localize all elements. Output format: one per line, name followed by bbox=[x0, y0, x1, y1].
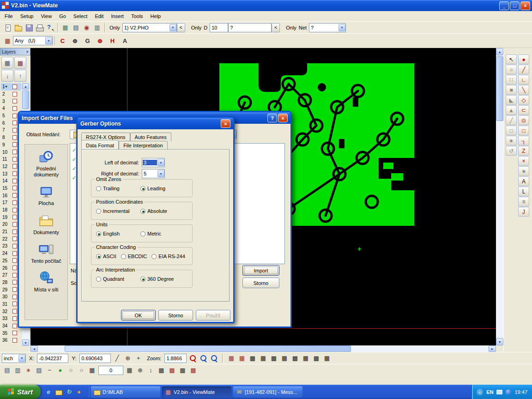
measure-tool-icon[interactable]: ≡ bbox=[518, 197, 529, 206]
pointer-tool-icon[interactable]: ↖ bbox=[506, 54, 517, 64]
menu-item[interactable]: Setup bbox=[17, 12, 37, 20]
layer-color-swatch[interactable] bbox=[12, 171, 17, 176]
group-select-icon[interactable]: G bbox=[82, 36, 93, 46]
scrollbar-thumb[interactable] bbox=[22, 91, 29, 109]
layers-panel-header[interactable]: Layers × bbox=[0, 48, 30, 55]
menu-item[interactable]: Tools bbox=[127, 12, 147, 20]
layer-color-swatch[interactable] bbox=[12, 230, 17, 234]
layer-color-swatch[interactable] bbox=[12, 92, 17, 97]
pattern-1-icon[interactable]: ▩ bbox=[247, 353, 258, 363]
layer-color-swatch[interactable] bbox=[12, 251, 17, 256]
layer-row[interactable]: 36 bbox=[1, 337, 21, 344]
open-folder-icon[interactable] bbox=[13, 23, 24, 33]
print-icon[interactable] bbox=[34, 23, 45, 33]
slant-tool-icon[interactable]: ╱ bbox=[506, 115, 517, 125]
dialog-title-bar[interactable]: Gerber Options × bbox=[78, 118, 233, 129]
draw-diamond-tool-icon[interactable]: ◇ bbox=[518, 95, 529, 105]
layer-row[interactable]: 4 bbox=[1, 105, 21, 112]
zigzag-tool-icon[interactable]: Z bbox=[518, 146, 529, 156]
fine-grid-icon[interactable]: ▦ bbox=[124, 365, 135, 375]
layer-color-swatch[interactable] bbox=[12, 128, 17, 133]
pattern-5-icon[interactable]: ▩ bbox=[290, 353, 300, 363]
folder-quick-icon[interactable] bbox=[54, 388, 63, 396]
hide-icons-chevron[interactable]: ‹ bbox=[477, 389, 483, 395]
layer-color-swatch[interactable] bbox=[12, 157, 17, 162]
previous-dcode-button[interactable]: < bbox=[272, 23, 280, 32]
select-window-tool-icon[interactable]: □ bbox=[518, 126, 529, 135]
layer-color-swatch[interactable] bbox=[12, 215, 17, 219]
layer-color-swatch[interactable] bbox=[12, 179, 17, 183]
taskbar-button[interactable]: ▦ V2.bin - ViewMate bbox=[162, 387, 231, 398]
pattern-dots-red-icon[interactable]: ▩ bbox=[167, 365, 177, 375]
layer-row[interactable]: 2 bbox=[1, 91, 21, 98]
move-layer-down-icon[interactable]: ↓ bbox=[1, 70, 13, 82]
star-tool-icon[interactable]: ★ bbox=[506, 136, 517, 145]
layer-color-swatch[interactable] bbox=[12, 236, 17, 241]
triangle-fill-tool-icon[interactable]: ◣ bbox=[506, 95, 517, 105]
rotate-tool-icon[interactable]: ↺ bbox=[506, 146, 517, 156]
text-tool-icon[interactable]: A bbox=[518, 176, 529, 186]
apply-button[interactable]: Použít bbox=[196, 310, 230, 320]
close-button[interactable]: × bbox=[520, 1, 530, 10]
star-burst-icon[interactable]: ∗ bbox=[23, 365, 34, 375]
layer-color-swatch[interactable] bbox=[12, 302, 17, 306]
start-button[interactable]: Start bbox=[0, 385, 41, 399]
pattern-3-icon[interactable]: ▩ bbox=[268, 353, 279, 363]
grid-dots-icon[interactable]: ∷ bbox=[506, 75, 517, 85]
layer-color-swatch[interactable] bbox=[12, 99, 17, 103]
lamp-two-icon[interactable]: ○ bbox=[76, 365, 87, 375]
place-documents[interactable]: Dokumenty bbox=[26, 213, 66, 236]
place-my-computer[interactable]: Tento počítač bbox=[26, 242, 66, 264]
radio-english[interactable]: English bbox=[96, 231, 136, 236]
internet-explorer-icon[interactable]: e bbox=[44, 388, 53, 396]
layer-color-swatch[interactable] bbox=[12, 106, 17, 111]
menu-item[interactable]: Help bbox=[147, 12, 165, 20]
dcode-query-field[interactable]: ? bbox=[228, 23, 272, 32]
layer-stack-icon[interactable]: ▤ bbox=[2, 365, 12, 375]
right-of-decimal-select[interactable]: 5 bbox=[142, 169, 165, 178]
layer-color-swatch[interactable] bbox=[12, 114, 17, 118]
scrollbar-thumb[interactable] bbox=[65, 345, 351, 352]
close-icon[interactable]: × bbox=[26, 49, 29, 54]
unit-select[interactable]: inch bbox=[2, 354, 26, 363]
layer-table-icon[interactable]: ▥ bbox=[92, 23, 103, 33]
x-coordinate-field[interactable]: -0.942237 bbox=[37, 354, 68, 363]
draw-arc-tool-icon[interactable]: ⊂ bbox=[518, 105, 529, 115]
layer-overlay-icon[interactable]: ▥ bbox=[12, 365, 23, 375]
pattern-2-icon[interactable]: ▦ bbox=[258, 353, 268, 363]
zoom-in-icon[interactable] bbox=[187, 353, 198, 363]
hatch-layer-icon[interactable]: ▨ bbox=[34, 365, 44, 375]
layer-color-swatch[interactable] bbox=[12, 200, 17, 205]
chevron-down-icon[interactable] bbox=[45, 37, 52, 44]
layer-color-swatch[interactable] bbox=[12, 280, 17, 284]
lamp-one-icon[interactable]: ○ bbox=[66, 365, 76, 375]
flash-pad-tool-icon[interactable]: ● bbox=[518, 54, 529, 64]
tab-auto-features[interactable]: Auto Features bbox=[130, 133, 171, 141]
layer-row[interactable]: 1+ bbox=[1, 83, 21, 91]
dcode-icon[interactable]: ◉ bbox=[81, 23, 92, 33]
layer-color-swatch[interactable] bbox=[12, 316, 17, 321]
mirror-tool-icon[interactable]: ▲ bbox=[506, 105, 517, 115]
scroll-up-icon[interactable] bbox=[22, 83, 29, 90]
layer-color-swatch[interactable] bbox=[12, 295, 17, 299]
help-button[interactable]: ? bbox=[267, 114, 277, 122]
grid-red-icon[interactable]: ▦ bbox=[226, 353, 236, 363]
chevron-down-icon[interactable] bbox=[18, 355, 25, 362]
net-select[interactable]: ? bbox=[309, 23, 346, 32]
scroll-left-icon[interactable] bbox=[30, 345, 38, 352]
tab-data-format[interactable]: Data Format bbox=[81, 140, 119, 150]
measure-diagonal-icon[interactable]: ╱ bbox=[112, 353, 122, 363]
layer-color-swatch[interactable] bbox=[12, 193, 17, 198]
layer-color-swatch[interactable] bbox=[12, 309, 17, 314]
layer-color-swatch[interactable] bbox=[12, 150, 17, 154]
draw-corner-tool-icon[interactable]: ∟ bbox=[518, 75, 529, 85]
layer-color-swatch[interactable] bbox=[12, 287, 17, 292]
new-file-icon[interactable] bbox=[2, 23, 13, 33]
import-button[interactable]: Import bbox=[242, 265, 279, 276]
aperture-list-icon[interactable]: ▤ bbox=[71, 23, 81, 33]
layer-color-swatch[interactable] bbox=[12, 244, 17, 248]
layer-grid-icon[interactable]: ▦ bbox=[2, 36, 13, 46]
move-layer-up-icon[interactable]: ↑ bbox=[14, 70, 26, 82]
context-help-icon[interactable] bbox=[45, 23, 55, 33]
menu-item[interactable]: Go bbox=[55, 12, 70, 20]
